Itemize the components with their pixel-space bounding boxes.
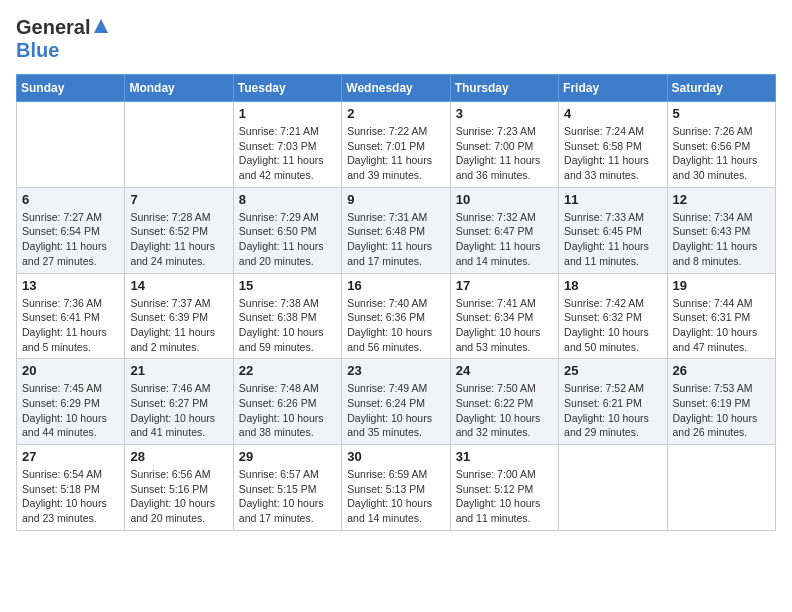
calendar-cell: 15Sunrise: 7:38 AM Sunset: 6:38 PM Dayli…: [233, 273, 341, 359]
calendar-cell: [17, 102, 125, 188]
day-content: Sunrise: 7:37 AM Sunset: 6:39 PM Dayligh…: [130, 296, 227, 355]
calendar-cell: 27Sunrise: 6:54 AM Sunset: 5:18 PM Dayli…: [17, 445, 125, 531]
day-content: Sunrise: 7:46 AM Sunset: 6:27 PM Dayligh…: [130, 381, 227, 440]
calendar-cell: 1Sunrise: 7:21 AM Sunset: 7:03 PM Daylig…: [233, 102, 341, 188]
day-content: Sunrise: 7:38 AM Sunset: 6:38 PM Dayligh…: [239, 296, 336, 355]
day-number: 31: [456, 449, 553, 464]
calendar-week-row: 6Sunrise: 7:27 AM Sunset: 6:54 PM Daylig…: [17, 187, 776, 273]
day-number: 2: [347, 106, 444, 121]
day-number: 4: [564, 106, 661, 121]
day-content: Sunrise: 7:31 AM Sunset: 6:48 PM Dayligh…: [347, 210, 444, 269]
weekday-header: Wednesday: [342, 75, 450, 102]
day-content: Sunrise: 7:36 AM Sunset: 6:41 PM Dayligh…: [22, 296, 119, 355]
day-number: 13: [22, 278, 119, 293]
day-content: Sunrise: 7:40 AM Sunset: 6:36 PM Dayligh…: [347, 296, 444, 355]
day-number: 24: [456, 363, 553, 378]
calendar-cell: [667, 445, 775, 531]
day-number: 27: [22, 449, 119, 464]
day-content: Sunrise: 7:48 AM Sunset: 6:26 PM Dayligh…: [239, 381, 336, 440]
day-content: Sunrise: 7:50 AM Sunset: 6:22 PM Dayligh…: [456, 381, 553, 440]
calendar-cell: 31Sunrise: 7:00 AM Sunset: 5:12 PM Dayli…: [450, 445, 558, 531]
day-number: 11: [564, 192, 661, 207]
calendar-cell: 29Sunrise: 6:57 AM Sunset: 5:15 PM Dayli…: [233, 445, 341, 531]
calendar-cell: 13Sunrise: 7:36 AM Sunset: 6:41 PM Dayli…: [17, 273, 125, 359]
calendar-cell: 6Sunrise: 7:27 AM Sunset: 6:54 PM Daylig…: [17, 187, 125, 273]
day-content: Sunrise: 7:44 AM Sunset: 6:31 PM Dayligh…: [673, 296, 770, 355]
day-number: 1: [239, 106, 336, 121]
calendar-cell: 10Sunrise: 7:32 AM Sunset: 6:47 PM Dayli…: [450, 187, 558, 273]
day-number: 25: [564, 363, 661, 378]
calendar-cell: 25Sunrise: 7:52 AM Sunset: 6:21 PM Dayli…: [559, 359, 667, 445]
weekday-header: Friday: [559, 75, 667, 102]
day-number: 12: [673, 192, 770, 207]
day-number: 29: [239, 449, 336, 464]
day-content: Sunrise: 7:27 AM Sunset: 6:54 PM Dayligh…: [22, 210, 119, 269]
weekday-header: Tuesday: [233, 75, 341, 102]
calendar-cell: 9Sunrise: 7:31 AM Sunset: 6:48 PM Daylig…: [342, 187, 450, 273]
day-content: Sunrise: 7:52 AM Sunset: 6:21 PM Dayligh…: [564, 381, 661, 440]
calendar-cell: 19Sunrise: 7:44 AM Sunset: 6:31 PM Dayli…: [667, 273, 775, 359]
day-number: 15: [239, 278, 336, 293]
day-number: 30: [347, 449, 444, 464]
calendar-week-row: 27Sunrise: 6:54 AM Sunset: 5:18 PM Dayli…: [17, 445, 776, 531]
weekday-header: Thursday: [450, 75, 558, 102]
calendar-cell: [559, 445, 667, 531]
calendar-cell: [125, 102, 233, 188]
day-number: 21: [130, 363, 227, 378]
day-content: Sunrise: 7:21 AM Sunset: 7:03 PM Dayligh…: [239, 124, 336, 183]
day-number: 16: [347, 278, 444, 293]
calendar-cell: 17Sunrise: 7:41 AM Sunset: 6:34 PM Dayli…: [450, 273, 558, 359]
day-content: Sunrise: 7:26 AM Sunset: 6:56 PM Dayligh…: [673, 124, 770, 183]
calendar-cell: 2Sunrise: 7:22 AM Sunset: 7:01 PM Daylig…: [342, 102, 450, 188]
day-number: 19: [673, 278, 770, 293]
day-content: Sunrise: 6:59 AM Sunset: 5:13 PM Dayligh…: [347, 467, 444, 526]
calendar-week-row: 13Sunrise: 7:36 AM Sunset: 6:41 PM Dayli…: [17, 273, 776, 359]
day-content: Sunrise: 7:29 AM Sunset: 6:50 PM Dayligh…: [239, 210, 336, 269]
weekday-header: Monday: [125, 75, 233, 102]
day-number: 14: [130, 278, 227, 293]
calendar-week-row: 1Sunrise: 7:21 AM Sunset: 7:03 PM Daylig…: [17, 102, 776, 188]
day-content: Sunrise: 7:33 AM Sunset: 6:45 PM Dayligh…: [564, 210, 661, 269]
calendar-cell: 5Sunrise: 7:26 AM Sunset: 6:56 PM Daylig…: [667, 102, 775, 188]
day-number: 8: [239, 192, 336, 207]
calendar-cell: 24Sunrise: 7:50 AM Sunset: 6:22 PM Dayli…: [450, 359, 558, 445]
day-number: 18: [564, 278, 661, 293]
day-number: 20: [22, 363, 119, 378]
calendar-cell: 11Sunrise: 7:33 AM Sunset: 6:45 PM Dayli…: [559, 187, 667, 273]
day-content: Sunrise: 7:22 AM Sunset: 7:01 PM Dayligh…: [347, 124, 444, 183]
day-number: 28: [130, 449, 227, 464]
logo-general-text: General: [16, 16, 90, 39]
day-number: 22: [239, 363, 336, 378]
day-number: 9: [347, 192, 444, 207]
calendar-header-row: SundayMondayTuesdayWednesdayThursdayFrid…: [17, 75, 776, 102]
day-number: 10: [456, 192, 553, 207]
calendar-cell: 4Sunrise: 7:24 AM Sunset: 6:58 PM Daylig…: [559, 102, 667, 188]
day-content: Sunrise: 6:57 AM Sunset: 5:15 PM Dayligh…: [239, 467, 336, 526]
day-number: 23: [347, 363, 444, 378]
calendar-cell: 30Sunrise: 6:59 AM Sunset: 5:13 PM Dayli…: [342, 445, 450, 531]
day-number: 17: [456, 278, 553, 293]
calendar-cell: 28Sunrise: 6:56 AM Sunset: 5:16 PM Dayli…: [125, 445, 233, 531]
logo: General Blue: [16, 16, 110, 62]
day-content: Sunrise: 7:45 AM Sunset: 6:29 PM Dayligh…: [22, 381, 119, 440]
day-content: Sunrise: 7:32 AM Sunset: 6:47 PM Dayligh…: [456, 210, 553, 269]
day-content: Sunrise: 7:42 AM Sunset: 6:32 PM Dayligh…: [564, 296, 661, 355]
calendar-week-row: 20Sunrise: 7:45 AM Sunset: 6:29 PM Dayli…: [17, 359, 776, 445]
day-content: Sunrise: 7:53 AM Sunset: 6:19 PM Dayligh…: [673, 381, 770, 440]
svg-marker-0: [94, 19, 108, 33]
day-content: Sunrise: 7:28 AM Sunset: 6:52 PM Dayligh…: [130, 210, 227, 269]
day-content: Sunrise: 6:56 AM Sunset: 5:16 PM Dayligh…: [130, 467, 227, 526]
day-number: 5: [673, 106, 770, 121]
day-number: 3: [456, 106, 553, 121]
calendar-cell: 26Sunrise: 7:53 AM Sunset: 6:19 PM Dayli…: [667, 359, 775, 445]
day-number: 7: [130, 192, 227, 207]
day-content: Sunrise: 7:34 AM Sunset: 6:43 PM Dayligh…: [673, 210, 770, 269]
day-number: 6: [22, 192, 119, 207]
day-content: Sunrise: 7:41 AM Sunset: 6:34 PM Dayligh…: [456, 296, 553, 355]
calendar-table: SundayMondayTuesdayWednesdayThursdayFrid…: [16, 74, 776, 531]
weekday-header: Sunday: [17, 75, 125, 102]
calendar-cell: 14Sunrise: 7:37 AM Sunset: 6:39 PM Dayli…: [125, 273, 233, 359]
calendar-cell: 16Sunrise: 7:40 AM Sunset: 6:36 PM Dayli…: [342, 273, 450, 359]
calendar-cell: 22Sunrise: 7:48 AM Sunset: 6:26 PM Dayli…: [233, 359, 341, 445]
day-number: 26: [673, 363, 770, 378]
